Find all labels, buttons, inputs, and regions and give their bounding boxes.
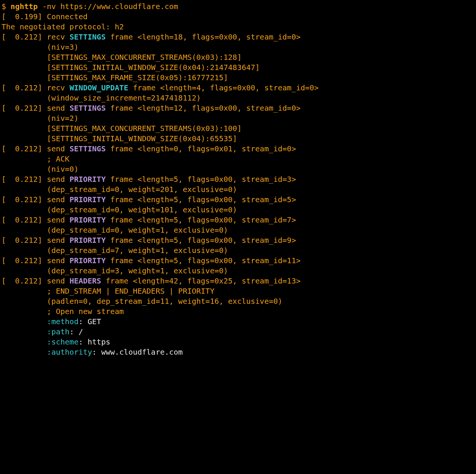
- settings-send1-frame: SETTINGS: [70, 104, 106, 113]
- settings-send1-niv: (niv=2): [2, 114, 79, 123]
- settings-send2-dir: send: [42, 144, 69, 153]
- winupdate-ts: [ 0.212]: [2, 83, 42, 92]
- header-scheme-value: : https: [79, 337, 110, 346]
- settings-recv-niv: (niv=3): [2, 43, 79, 52]
- headers-frame: HEADERS: [70, 276, 101, 285]
- settings-send1-opt2: [SETTINGS_INITIAL_WINDOW_SIZE(0x04):6553…: [2, 134, 237, 143]
- settings-send1-tail: frame <length=12, flags=0x00, stream_id=…: [106, 104, 301, 113]
- cmd-url: https://www.cloudflare.com: [61, 2, 178, 11]
- priority4-ts: [ 0.212]: [2, 236, 42, 245]
- settings-recv-opt1: [SETTINGS_MAX_CONCURRENT_STREAMS(0x03):1…: [2, 53, 242, 62]
- priority3-frame: PRIORITY: [70, 215, 106, 224]
- settings-recv-tail: frame <length=18, flags=0x00, stream_id=…: [106, 32, 301, 41]
- protocol-line: The negotiated protocol: h2: [2, 22, 124, 31]
- header-authority-key: :authority: [2, 347, 92, 357]
- priority4-detail: (dep_stream_id=7, weight=1, exclusive=0): [2, 246, 228, 255]
- winupdate-detail: (window_size_increment=2147418112): [2, 93, 201, 102]
- priority1-frame: PRIORITY: [70, 175, 106, 184]
- winupdate-frame: WINDOW_UPDATE: [70, 83, 129, 92]
- priority3-detail: (dep_stream_id=0, weight=1, exclusive=0): [2, 226, 228, 235]
- priority5-tail: frame <length=5, flags=0x00, stream_id=1…: [106, 256, 301, 265]
- settings-send2-niv: (niv=0): [2, 165, 79, 174]
- header-authority-value: : www.cloudflare.com: [92, 347, 183, 357]
- terminal-output: $ nghttp -nv https://www.cloudflare.com …: [0, 0, 476, 359]
- priority2-ts: [ 0.212]: [2, 195, 42, 204]
- priority3-dir: send: [42, 215, 69, 224]
- header-method-key: :method: [2, 317, 79, 326]
- headers-params: (padlen=0, dep_stream_id=11, weight=16, …: [2, 297, 283, 306]
- header-path-value: : /: [70, 327, 83, 336]
- cmd-name: nghttp: [11, 2, 38, 11]
- settings-recv-frame: SETTINGS: [70, 32, 106, 41]
- priority1-tail: frame <length=5, flags=0x00, stream_id=3…: [106, 175, 296, 184]
- settings-recv-opt3: [SETTINGS_MAX_FRAME_SIZE(0x05):16777215]: [2, 73, 228, 82]
- cmd-flags: -nv: [38, 2, 60, 11]
- priority5-ts: [ 0.212]: [2, 256, 42, 265]
- priority1-ts: [ 0.212]: [2, 175, 42, 184]
- header-method-value: : GET: [79, 317, 101, 326]
- headers-flags: ; END_STREAM | END_HEADERS | PRIORITY: [2, 287, 214, 296]
- winupdate-dir: recv: [42, 83, 69, 92]
- priority4-tail: frame <length=5, flags=0x00, stream_id=9…: [106, 236, 296, 245]
- priority1-dir: send: [42, 175, 69, 184]
- shell-prompt: $: [2, 2, 11, 11]
- priority2-dir: send: [42, 195, 69, 204]
- connected-ts: [ 0.199]: [2, 12, 42, 21]
- priority2-detail: (dep_stream_id=0, weight=101, exclusive=…: [2, 205, 237, 214]
- headers-dir: send: [42, 276, 69, 285]
- priority2-frame: PRIORITY: [70, 195, 106, 204]
- priority5-dir: send: [42, 256, 69, 265]
- priority5-frame: PRIORITY: [70, 256, 106, 265]
- settings-recv-opt2: [SETTINGS_INITIAL_WINDOW_SIZE(0x04):2147…: [2, 63, 260, 72]
- priority1-detail: (dep_stream_id=0, weight=201, exclusive=…: [2, 185, 237, 194]
- header-path-key: :path: [2, 327, 70, 336]
- headers-ts: [ 0.212]: [2, 276, 42, 285]
- priority4-frame: PRIORITY: [70, 236, 106, 245]
- header-scheme-key: :scheme: [2, 337, 79, 346]
- priority2-tail: frame <length=5, flags=0x00, stream_id=5…: [106, 195, 296, 204]
- headers-tail: frame <length=42, flags=0x25, stream_id=…: [101, 276, 301, 285]
- connected-msg: Connected: [42, 12, 87, 21]
- settings-send2-frame: SETTINGS: [70, 144, 106, 153]
- priority3-tail: frame <length=5, flags=0x00, stream_id=7…: [106, 215, 296, 224]
- settings-send1-dir: send: [42, 104, 69, 113]
- settings-send1-opt1: [SETTINGS_MAX_CONCURRENT_STREAMS(0x03):1…: [2, 124, 242, 133]
- settings-send2-tail: frame <length=0, flags=0x01, stream_id=0…: [106, 144, 296, 153]
- priority4-dir: send: [42, 236, 69, 245]
- settings-send1-ts: [ 0.212]: [2, 104, 42, 113]
- settings-send2-ack: ; ACK: [2, 154, 70, 163]
- settings-recv-dir: recv: [42, 32, 69, 41]
- settings-recv-ts: [ 0.212]: [2, 32, 42, 41]
- priority5-detail: (dep_stream_id=3, weight=1, exclusive=0): [2, 266, 228, 275]
- winupdate-tail: frame <length=4, flags=0x00, stream_id=0…: [128, 83, 319, 92]
- settings-send2-ts: [ 0.212]: [2, 144, 42, 153]
- headers-open: ; Open new stream: [2, 307, 124, 316]
- priority3-ts: [ 0.212]: [2, 215, 42, 224]
